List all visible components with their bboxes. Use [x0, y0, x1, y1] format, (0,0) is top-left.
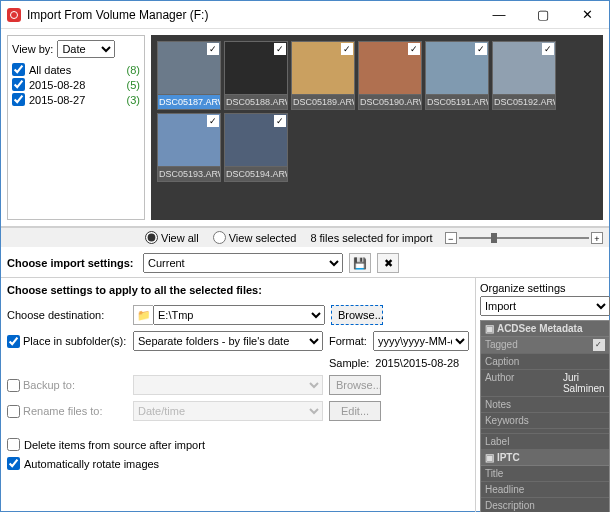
organize-preset-select[interactable]: Import	[480, 296, 610, 316]
format-label: Format:	[329, 335, 367, 347]
delete-source-checkbox[interactable]: Delete items from source after import	[7, 438, 469, 451]
metadata-grid[interactable]: ▣ACDSee Metadata Tagged✓CaptionAuthorJur…	[480, 320, 610, 512]
date-count: (3)	[127, 94, 140, 106]
date-count: (8)	[127, 64, 140, 76]
metadata-key: Label	[485, 436, 563, 447]
thumbnail-image: ✓	[425, 41, 489, 95]
metadata-value[interactable]	[563, 436, 605, 447]
subfolder-mode-select[interactable]: Separate folders - by file's date	[133, 331, 323, 351]
window-title: Import From Volume Manager (F:)	[27, 8, 477, 22]
viewby-label: View by:	[12, 43, 53, 55]
metadata-row[interactable]: Headline	[481, 482, 609, 498]
thumbnail-item[interactable]: ✓DSC05190.ARW	[358, 41, 422, 110]
date-label: 2015-08-28	[29, 79, 85, 91]
thumbnail-item[interactable]: ✓DSC05192.ARW	[492, 41, 556, 110]
metadata-row[interactable]: Notes	[481, 397, 609, 413]
maximize-button[interactable]: ▢	[521, 1, 565, 29]
view-toolbar: View all View selected 8 files selected …	[1, 227, 609, 247]
backup-checkbox[interactable]	[7, 379, 20, 392]
thumbnail-item[interactable]: ✓DSC05187.ARW	[157, 41, 221, 110]
metadata-key: Caption	[485, 356, 563, 367]
metadata-value[interactable]	[563, 415, 605, 426]
metadata-row[interactable]: Title	[481, 466, 609, 482]
metadata-key: Headline	[485, 484, 563, 495]
thumbnail-checkmark[interactable]: ✓	[274, 43, 286, 55]
format-select[interactable]: yyyy\yyyy-MM-dd	[373, 331, 469, 351]
date-count: (5)	[127, 79, 140, 91]
metadata-value[interactable]	[563, 339, 593, 351]
folder-icon: 📁	[133, 305, 153, 325]
thumbnail-checkmark[interactable]: ✓	[341, 43, 353, 55]
metadata-toggle[interactable]: ✓	[593, 339, 605, 351]
apply-heading: Choose settings to apply to all the sele…	[7, 284, 469, 296]
subfolder-checkbox[interactable]	[7, 335, 20, 348]
thumbnail-item[interactable]: ✓DSC05194.ARW	[224, 113, 288, 182]
thumbnail-image: ✓	[224, 41, 288, 95]
zoom-in-button[interactable]: +	[591, 232, 603, 244]
delete-preset-button[interactable]: ✖	[377, 253, 399, 273]
metadata-group-iptc[interactable]: ▣IPTC	[481, 450, 609, 466]
metadata-value[interactable]: Juri Salminen	[563, 372, 605, 394]
thumbnail-image: ✓	[224, 113, 288, 167]
thumbnail-filename: DSC05194.ARW	[224, 167, 288, 182]
view-all-radio[interactable]: View all	[145, 231, 199, 244]
view-selected-radio[interactable]: View selected	[213, 231, 297, 244]
viewby-select[interactable]: Date	[57, 40, 115, 58]
date-filter-item[interactable]: All dates (8)	[12, 62, 140, 77]
thumbnail-checkmark[interactable]: ✓	[475, 43, 487, 55]
thumbnail-item[interactable]: ✓DSC05193.ARW	[157, 113, 221, 182]
browse-destination-button[interactable]: Browse...	[331, 305, 383, 325]
thumbnail-item[interactable]: ✓DSC05188.ARW	[224, 41, 288, 110]
thumbnail-grid: ✓DSC05187.ARW✓DSC05188.ARW✓DSC05189.ARW✓…	[151, 35, 603, 220]
thumbnail-area: ✓DSC05187.ARW✓DSC05188.ARW✓DSC05189.ARW✓…	[151, 35, 603, 220]
choose-settings-label: Choose import settings:	[7, 257, 137, 269]
thumbnail-checkmark[interactable]: ✓	[207, 43, 219, 55]
edit-rename-button: Edit...	[329, 401, 381, 421]
thumbnail-checkmark[interactable]: ✓	[542, 43, 554, 55]
thumbnail-item[interactable]: ✓DSC05191.ARW	[425, 41, 489, 110]
apply-settings-panel: Choose settings to apply to all the sele…	[1, 278, 475, 512]
date-filter-item[interactable]: 2015-08-27 (3)	[12, 92, 140, 107]
titlebar: Import From Volume Manager (F:) — ▢ ✕	[1, 1, 609, 29]
date-label: 2015-08-27	[29, 94, 85, 106]
metadata-value[interactable]	[563, 399, 605, 410]
date-checkbox[interactable]	[12, 93, 25, 106]
thumbnail-filename: DSC05188.ARW	[224, 95, 288, 110]
metadata-group-acdsee[interactable]: ▣ACDSee Metadata	[481, 321, 609, 337]
destination-select[interactable]: E:\Tmp	[153, 305, 325, 325]
metadata-row[interactable]: Label	[481, 434, 609, 450]
rename-label: Rename files to:	[23, 405, 102, 417]
import-settings-row: Choose import settings: Current 💾 ✖	[1, 247, 609, 277]
close-button[interactable]: ✕	[565, 1, 609, 29]
date-checkbox[interactable]	[12, 63, 25, 76]
metadata-value[interactable]	[563, 500, 605, 511]
metadata-value[interactable]	[563, 484, 605, 495]
metadata-row[interactable]: AuthorJuri Salminen	[481, 370, 609, 397]
metadata-row[interactable]: Tagged✓	[481, 337, 609, 354]
metadata-value[interactable]	[563, 356, 605, 367]
date-checkbox[interactable]	[12, 78, 25, 91]
minimize-button[interactable]: —	[477, 1, 521, 29]
metadata-value[interactable]	[563, 468, 605, 479]
save-preset-button[interactable]: 💾	[349, 253, 371, 273]
thumbnail-filename: DSC05192.ARW	[492, 95, 556, 110]
zoom-out-button[interactable]: −	[445, 232, 457, 244]
thumbnail-checkmark[interactable]: ✓	[207, 115, 219, 127]
date-filter-panel: View by: Date All dates (8) 2015-08-28 (…	[7, 35, 145, 220]
thumbnail-item[interactable]: ✓DSC05189.ARW	[291, 41, 355, 110]
date-filter-item[interactable]: 2015-08-28 (5)	[12, 77, 140, 92]
thumbnail-filename: DSC05191.ARW	[425, 95, 489, 110]
thumbnail-checkmark[interactable]: ✓	[408, 43, 420, 55]
settings-preset-select[interactable]: Current	[143, 253, 343, 273]
auto-rotate-checkbox[interactable]: Automatically rotate images	[7, 457, 469, 470]
zoom-slider[interactable]	[459, 237, 589, 239]
thumbnail-filename: DSC05187.ARW	[157, 95, 221, 110]
rename-checkbox[interactable]	[7, 405, 20, 418]
metadata-key: Keywords	[485, 415, 563, 426]
metadata-row[interactable]: Keywords	[481, 413, 609, 429]
backup-label: Backup to:	[23, 379, 75, 391]
metadata-row[interactable]: Caption	[481, 354, 609, 370]
thumbnail-checkmark[interactable]: ✓	[274, 115, 286, 127]
metadata-row[interactable]: Description	[481, 498, 609, 512]
thumbnail-image: ✓	[492, 41, 556, 95]
